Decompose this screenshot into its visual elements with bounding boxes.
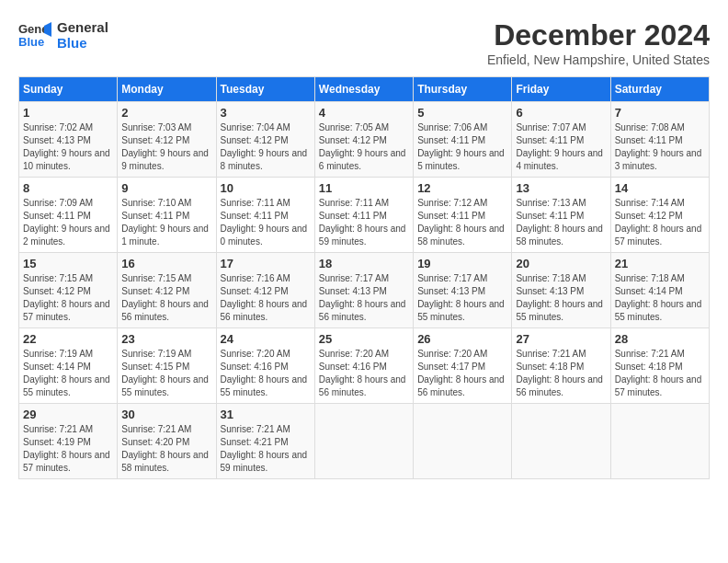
day-info: Sunrise: 7:09 AM Sunset: 4:11 PM Dayligh…	[23, 197, 113, 248]
day-header-thursday: Thursday	[414, 77, 512, 102]
day-header-tuesday: Tuesday	[216, 77, 314, 102]
day-info: Sunrise: 7:21 AM Sunset: 4:19 PM Dayligh…	[23, 423, 113, 475]
day-number: 1	[23, 106, 113, 120]
day-info: Sunrise: 7:07 AM Sunset: 4:11 PM Dayligh…	[516, 121, 606, 173]
day-number: 19	[417, 257, 507, 270]
day-number: 30	[121, 408, 211, 421]
calendar-cell: 6Sunrise: 7:07 AM Sunset: 4:11 PM Daylig…	[512, 102, 610, 178]
calendar-cell	[414, 404, 512, 479]
day-number: 12	[417, 181, 507, 195]
calendar-header-row: SundayMondayTuesdayWednesdayThursdayFrid…	[19, 77, 710, 102]
logo-icon: General Blue	[18, 18, 51, 52]
calendar-cell: 25Sunrise: 7:20 AM Sunset: 4:16 PM Dayli…	[314, 328, 413, 404]
day-info: Sunrise: 7:16 AM Sunset: 4:12 PM Dayligh…	[221, 272, 311, 324]
calendar-cell: 5Sunrise: 7:06 AM Sunset: 4:11 PM Daylig…	[414, 102, 512, 178]
calendar-cell: 11Sunrise: 7:11 AM Sunset: 4:11 PM Dayli…	[314, 178, 413, 253]
calendar-cell: 13Sunrise: 7:13 AM Sunset: 4:11 PM Dayli…	[512, 178, 610, 253]
logo-line2: Blue	[57, 35, 108, 51]
day-number: 14	[615, 181, 705, 195]
calendar-cell	[314, 404, 413, 479]
calendar-cell: 2Sunrise: 7:03 AM Sunset: 4:12 PM Daylig…	[118, 102, 216, 178]
day-number: 5	[417, 106, 507, 120]
calendar-cell: 7Sunrise: 7:08 AM Sunset: 4:11 PM Daylig…	[610, 102, 709, 178]
day-number: 31	[221, 408, 311, 421]
day-info: Sunrise: 7:20 AM Sunset: 4:16 PM Dayligh…	[319, 348, 409, 399]
day-number: 13	[516, 181, 606, 195]
calendar-cell: 20Sunrise: 7:18 AM Sunset: 4:13 PM Dayli…	[512, 253, 610, 328]
month-title: December 2024	[487, 18, 710, 52]
day-info: Sunrise: 7:15 AM Sunset: 4:12 PM Dayligh…	[121, 272, 211, 324]
calendar-cell	[610, 404, 709, 479]
day-info: Sunrise: 7:04 AM Sunset: 4:12 PM Dayligh…	[221, 121, 311, 173]
day-info: Sunrise: 7:12 AM Sunset: 4:11 PM Dayligh…	[417, 197, 507, 248]
calendar-cell: 16Sunrise: 7:15 AM Sunset: 4:12 PM Dayli…	[118, 253, 216, 328]
day-number: 15	[23, 257, 113, 270]
day-number: 9	[121, 181, 211, 195]
day-header-monday: Monday	[118, 77, 216, 102]
calendar-cell: 18Sunrise: 7:17 AM Sunset: 4:13 PM Dayli…	[314, 253, 413, 328]
day-number: 20	[516, 257, 606, 270]
day-info: Sunrise: 7:18 AM Sunset: 4:14 PM Dayligh…	[615, 272, 705, 324]
calendar-cell: 14Sunrise: 7:14 AM Sunset: 4:12 PM Dayli…	[610, 178, 709, 253]
day-number: 17	[221, 257, 311, 270]
day-info: Sunrise: 7:19 AM Sunset: 4:14 PM Dayligh…	[23, 348, 113, 399]
day-info: Sunrise: 7:11 AM Sunset: 4:11 PM Dayligh…	[221, 197, 311, 248]
day-info: Sunrise: 7:06 AM Sunset: 4:11 PM Dayligh…	[417, 121, 507, 173]
day-info: Sunrise: 7:19 AM Sunset: 4:15 PM Dayligh…	[121, 348, 211, 399]
day-info: Sunrise: 7:11 AM Sunset: 4:11 PM Dayligh…	[319, 197, 409, 248]
day-info: Sunrise: 7:03 AM Sunset: 4:12 PM Dayligh…	[121, 121, 211, 173]
day-number: 26	[417, 332, 507, 346]
day-number: 4	[319, 106, 409, 120]
day-number: 10	[221, 181, 311, 195]
day-number: 24	[221, 332, 311, 346]
calendar-week-row: 8Sunrise: 7:09 AM Sunset: 4:11 PM Daylig…	[19, 178, 710, 253]
logo: General Blue General Blue	[18, 18, 108, 52]
day-info: Sunrise: 7:21 AM Sunset: 4:20 PM Dayligh…	[121, 423, 211, 475]
calendar-cell: 23Sunrise: 7:19 AM Sunset: 4:15 PM Dayli…	[118, 328, 216, 404]
day-number: 22	[23, 332, 113, 346]
day-number: 6	[516, 106, 606, 120]
day-number: 16	[121, 257, 211, 270]
calendar-week-row: 1Sunrise: 7:02 AM Sunset: 4:13 PM Daylig…	[19, 102, 710, 178]
day-info: Sunrise: 7:10 AM Sunset: 4:11 PM Dayligh…	[121, 197, 211, 248]
calendar-cell: 26Sunrise: 7:20 AM Sunset: 4:17 PM Dayli…	[414, 328, 512, 404]
day-header-sunday: Sunday	[19, 77, 118, 102]
day-info: Sunrise: 7:13 AM Sunset: 4:11 PM Dayligh…	[516, 197, 606, 248]
calendar-cell: 28Sunrise: 7:21 AM Sunset: 4:18 PM Dayli…	[610, 328, 709, 404]
day-info: Sunrise: 7:08 AM Sunset: 4:11 PM Dayligh…	[615, 121, 705, 173]
svg-text:Blue: Blue	[18, 35, 44, 49]
page-header: General Blue General Blue December 2024 …	[18, 18, 710, 67]
day-info: Sunrise: 7:18 AM Sunset: 4:13 PM Dayligh…	[516, 272, 606, 324]
calendar-cell: 27Sunrise: 7:21 AM Sunset: 4:18 PM Dayli…	[512, 328, 610, 404]
day-info: Sunrise: 7:05 AM Sunset: 4:12 PM Dayligh…	[319, 121, 409, 173]
day-number: 21	[615, 257, 705, 270]
day-number: 8	[23, 181, 113, 195]
day-number: 2	[121, 106, 211, 120]
calendar-cell: 3Sunrise: 7:04 AM Sunset: 4:12 PM Daylig…	[216, 102, 314, 178]
title-block: December 2024 Enfield, New Hampshire, Un…	[487, 18, 710, 67]
day-header-friday: Friday	[512, 77, 610, 102]
day-number: 23	[121, 332, 211, 346]
day-number: 25	[319, 332, 409, 346]
calendar-cell: 10Sunrise: 7:11 AM Sunset: 4:11 PM Dayli…	[216, 178, 314, 253]
day-info: Sunrise: 7:15 AM Sunset: 4:12 PM Dayligh…	[23, 272, 113, 324]
day-info: Sunrise: 7:20 AM Sunset: 4:16 PM Dayligh…	[221, 348, 311, 399]
day-number: 18	[319, 257, 409, 270]
day-header-wednesday: Wednesday	[314, 77, 413, 102]
calendar-cell: 1Sunrise: 7:02 AM Sunset: 4:13 PM Daylig…	[19, 102, 118, 178]
calendar-cell: 24Sunrise: 7:20 AM Sunset: 4:16 PM Dayli…	[216, 328, 314, 404]
calendar-cell: 15Sunrise: 7:15 AM Sunset: 4:12 PM Dayli…	[19, 253, 118, 328]
calendar-cell	[512, 404, 610, 479]
calendar-cell: 30Sunrise: 7:21 AM Sunset: 4:20 PM Dayli…	[118, 404, 216, 479]
calendar-cell: 22Sunrise: 7:19 AM Sunset: 4:14 PM Dayli…	[19, 328, 118, 404]
day-info: Sunrise: 7:21 AM Sunset: 4:18 PM Dayligh…	[615, 348, 705, 399]
calendar-week-row: 22Sunrise: 7:19 AM Sunset: 4:14 PM Dayli…	[19, 328, 710, 404]
calendar-table: SundayMondayTuesdayWednesdayThursdayFrid…	[18, 76, 710, 479]
calendar-cell: 21Sunrise: 7:18 AM Sunset: 4:14 PM Dayli…	[610, 253, 709, 328]
day-info: Sunrise: 7:21 AM Sunset: 4:18 PM Dayligh…	[516, 348, 606, 399]
day-number: 11	[319, 181, 409, 195]
day-number: 29	[23, 408, 113, 421]
calendar-cell: 4Sunrise: 7:05 AM Sunset: 4:12 PM Daylig…	[314, 102, 413, 178]
calendar-week-row: 15Sunrise: 7:15 AM Sunset: 4:12 PM Dayli…	[19, 253, 710, 328]
calendar-cell: 29Sunrise: 7:21 AM Sunset: 4:19 PM Dayli…	[19, 404, 118, 479]
